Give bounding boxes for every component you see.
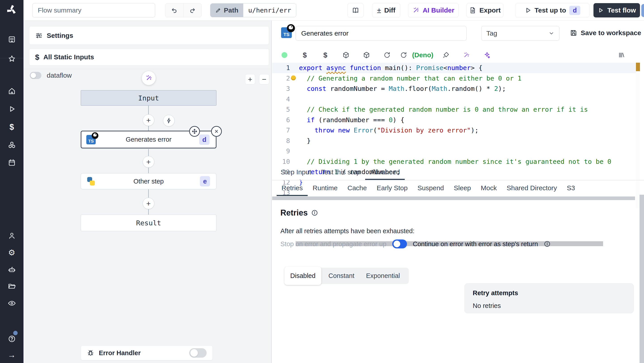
path-badge[interactable]: Path u/henri/err [210, 3, 296, 17]
info-icon[interactable] [544, 241, 550, 247]
retry-mode-constant[interactable]: Constant [323, 270, 360, 282]
tag-select[interactable]: Tag [481, 26, 560, 41]
lightbulb-icon[interactable] [291, 75, 296, 80]
ai-wand-icon[interactable] [456, 52, 477, 59]
undo-button[interactable] [165, 4, 184, 17]
zoom-out-button[interactable]: − [259, 74, 269, 84]
code-line[interactable]: 7 throw new Error("Division by zero erro… [272, 125, 640, 136]
reset-icon[interactable] [397, 52, 410, 59]
test-flow-button[interactable]: Test flow [594, 3, 640, 18]
test-up-to-button[interactable]: Test up to d [515, 3, 590, 18]
lsp-status-dot [282, 52, 287, 58]
line-number: 2 [272, 73, 290, 84]
dataflow-toggle[interactable] [30, 72, 41, 79]
code-line[interactable]: 8 } [272, 136, 640, 146]
flow-input-node[interactable]: Input [81, 90, 216, 106]
collapse-arrow-icon[interactable]: → [0, 348, 24, 362]
step1-id-badge: d [199, 135, 210, 145]
retry-mode-exponential[interactable]: Exponential [360, 270, 406, 282]
all-static-inputs-label: All Static Inputs [44, 53, 94, 61]
library-icon[interactable] [611, 52, 632, 59]
workspace-icon[interactable] [0, 32, 24, 47]
resources-cubes-icon[interactable] [0, 138, 24, 152]
insert-step-button[interactable]: + [143, 156, 154, 168]
subtab-sleep[interactable]: Sleep [449, 181, 476, 196]
magic-wand-icon [412, 7, 420, 14]
tab-step-input[interactable]: Step Input [276, 165, 316, 180]
user-icon[interactable] [0, 228, 24, 243]
runs-play-icon[interactable] [0, 102, 24, 116]
ai-builder-button[interactable]: AI Builder [408, 3, 459, 18]
stop-on-error-label[interactable]: Stop on error and propagate error up [280, 240, 386, 248]
flow-result-node[interactable]: Result [81, 215, 216, 231]
path-value[interactable]: u/henri/err [243, 4, 296, 17]
flow-settings-button[interactable]: Settings [29, 26, 269, 45]
subtabs-horizontal-scrollbar[interactable] [272, 196, 635, 200]
language-label[interactable]: (Deno) [412, 51, 433, 59]
tab-advanced[interactable]: Advanced [365, 165, 405, 180]
typescript-icon: TS [281, 27, 292, 38]
diff-button[interactable]: ± Diff [372, 3, 400, 18]
help-icon[interactable] [0, 332, 24, 346]
audit-eye-icon[interactable] [0, 296, 24, 310]
home-icon[interactable] [0, 84, 24, 98]
move-step-button[interactable] [189, 126, 200, 137]
resource-picker-icon[interactable]: $ [315, 51, 336, 59]
subtab-s3[interactable]: S3 [562, 181, 580, 196]
step-other-step-node[interactable]: Other step e [81, 173, 216, 189]
package-icon[interactable] [356, 52, 377, 59]
subtab-shared-directory[interactable]: Shared Directory [502, 181, 562, 196]
collapsed-panel-handle[interactable] [641, 4, 644, 17]
retries-description: After all retries attempts have been exh… [280, 227, 414, 235]
ai-sparkles-icon[interactable] [477, 52, 497, 59]
favorites-star-icon[interactable] [0, 52, 24, 66]
code-line[interactable]: 5 // Check if the generated random numbe… [272, 104, 640, 115]
variables-dollar-icon[interactable]: $ [0, 120, 24, 134]
insert-step-button[interactable]: + [143, 198, 154, 209]
all-static-inputs-button[interactable]: $ All Static Inputs [29, 49, 269, 66]
format-brush-icon[interactable] [436, 52, 456, 59]
variable-picker-icon[interactable]: $ [294, 51, 315, 59]
continue-on-error-label[interactable]: Continue on error with error as step's r… [413, 240, 538, 248]
workers-robot-icon[interactable] [0, 262, 24, 277]
code-line[interactable]: 3 const randomNumber = Math.floor(Math.r… [272, 84, 640, 94]
windmill-logo [5, 3, 18, 17]
code-line[interactable]: 6 if (randomNumber === 0) { [272, 115, 640, 125]
flow-summary-input[interactable] [32, 3, 155, 18]
subtab-retries[interactable]: Retries [276, 181, 308, 196]
code-line[interactable]: 9 [272, 146, 640, 156]
subtab-cache[interactable]: Cache [342, 181, 372, 196]
step2-id-badge: e [200, 176, 210, 186]
continue-on-error-toggle[interactable] [392, 239, 407, 248]
panel-vertical-scrollbar[interactable] [640, 195, 644, 363]
trigger-bolt-button[interactable] [163, 115, 175, 126]
step2-label: Other step [134, 178, 164, 185]
subtab-runtime[interactable]: Runtime [308, 181, 342, 196]
info-icon[interactable] [311, 209, 318, 216]
subtab-early-stop[interactable]: Early Stop [372, 181, 412, 196]
pencil-icon [215, 8, 221, 13]
package-icon[interactable] [336, 52, 356, 59]
subtab-mock[interactable]: Mock [476, 181, 502, 196]
code-line[interactable]: 2 // Generating a random number that can… [272, 73, 640, 84]
error-handler-toggle[interactable] [189, 348, 206, 358]
code-line[interactable]: 1export async function main(): Promise<n… [272, 63, 640, 73]
flow-ai-wand-button[interactable] [142, 71, 156, 85]
reload-icon[interactable] [377, 52, 397, 59]
export-button[interactable]: Export [466, 3, 503, 18]
retry-mode-disabled[interactable]: Disabled [284, 267, 321, 285]
docs-button[interactable] [348, 3, 364, 18]
save-to-workspace-button[interactable]: Save to workspace [570, 29, 641, 37]
input-node-label: Input [138, 94, 159, 102]
subtab-suspend[interactable]: Suspend [412, 181, 449, 196]
code-line[interactable]: 4 [272, 94, 640, 105]
insert-step-button[interactable]: + [143, 114, 154, 126]
schedules-calendar-icon[interactable] [0, 156, 24, 170]
step-name-input[interactable] [296, 26, 467, 41]
delete-step-button[interactable]: × [211, 126, 222, 137]
redo-button[interactable] [184, 4, 202, 17]
tab-test-this-step[interactable]: Test this step [316, 165, 365, 180]
settings-gear-icon[interactable]: ⚙ [0, 245, 24, 260]
zoom-in-button[interactable]: + [245, 74, 255, 84]
folders-icon[interactable] [0, 279, 24, 293]
